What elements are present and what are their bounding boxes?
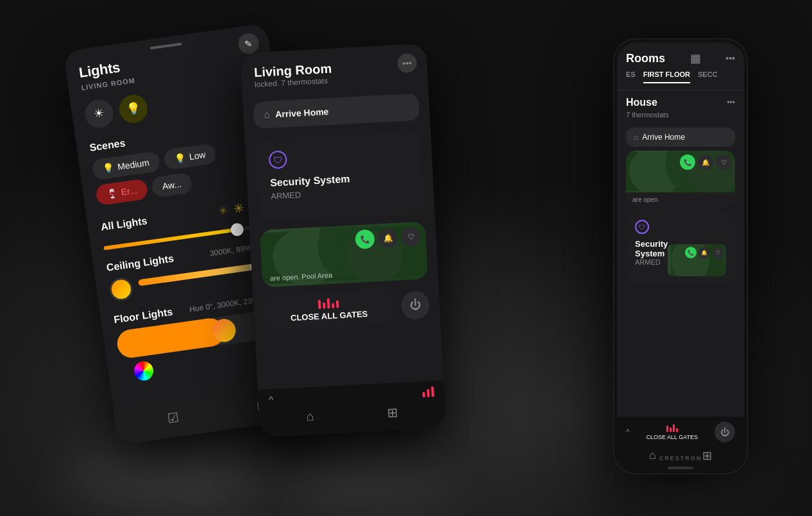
power-button[interactable]: ⏻ (400, 290, 430, 320)
phone-gates-label: CLOSE ALL GATES (647, 434, 698, 440)
arrive-home-label: Arrive Home (275, 106, 329, 119)
scene-away[interactable]: Aw... (151, 172, 193, 198)
phone-more-btn[interactable]: ••• (727, 98, 735, 107)
signal-bars (422, 387, 434, 397)
light-off-button[interactable]: ☀ (83, 98, 115, 130)
call-button[interactable]: 📞 (355, 229, 375, 249)
more-icon: ••• (402, 58, 412, 69)
crestron-label: CRESTRON (659, 455, 702, 462)
phone-card-call[interactable]: 📞 (680, 154, 695, 170)
phone-nav-home[interactable]: ⌂ (649, 449, 656, 463)
phone-card-heart[interactable]: ♡ (716, 154, 731, 170)
bar3 (327, 298, 330, 308)
pg-bar2 (670, 428, 672, 432)
pool-area-card[interactable]: 📞 🔔 ♡ are open. Pool Area (260, 221, 428, 287)
brightness-med-icon: ✳ (232, 199, 245, 216)
light-on-icon: 💡 (126, 101, 142, 117)
psc-call[interactable]: 📞 (685, 247, 697, 258)
phone-card-1[interactable]: 📞 🔔 ♡ are open. (626, 151, 735, 207)
power-icon: ⏻ (409, 298, 421, 312)
pg-bar1 (666, 426, 668, 432)
drag-handle (150, 42, 182, 49)
scene-wine-label: Er... (121, 185, 138, 197)
phone-security-text: Security System ARMED (635, 239, 668, 266)
grid-nav-icon[interactable]: ⊞ (387, 404, 398, 420)
phone-security-content: Security System ARMED 📞 🔔 ♡ (635, 239, 726, 276)
phone-bottom-bar: ^ CLOSE ALL GATES ⏻ ⌂ ⊞ (617, 417, 744, 470)
scene-wine[interactable]: 🍷 Er... (95, 178, 149, 206)
signal-bar2 (427, 389, 430, 397)
phone-arrive-home[interactable]: ⌂ Arrive Home (626, 128, 735, 147)
home-nav-icon[interactable]: ⌂ (306, 409, 314, 425)
gates-row: CLOSE ALL GATES ⏻ (253, 286, 441, 338)
psc-heart[interactable]: ♡ (712, 247, 723, 258)
floor-hue: Hue 0°, 3000K, 23% (189, 295, 259, 314)
bar4 (332, 303, 334, 308)
shadow-decoration-1 (64, 458, 257, 497)
ceiling-label: Ceiling Lights (106, 253, 174, 274)
phone-security-img: 📞 🔔 ♡ (668, 244, 726, 276)
psc-bell[interactable]: 🔔 (698, 247, 710, 258)
signal-bar3 (431, 387, 434, 397)
ceiling-color-dot (108, 276, 135, 303)
light-on-button[interactable]: 💡 (117, 93, 149, 125)
phone-card-img: 📞 🔔 ♡ (626, 151, 735, 192)
scene-low-label: Low (189, 149, 207, 162)
chevron-up-icon[interactable]: ^ (268, 394, 273, 406)
ceiling-temp: 3000K, 89% (209, 243, 252, 258)
shield-icon: 🛡 (273, 154, 283, 165)
shadow-decoration-2 (289, 465, 449, 497)
phone-tabs: ES FIRST FLOOR SECC (617, 71, 744, 90)
phone-title: Rooms (626, 52, 665, 65)
bar5 (336, 301, 339, 308)
phone-nav-grid[interactable]: ⊞ (702, 449, 712, 463)
bulb-icon: 💡 (102, 162, 114, 174)
tab-second[interactable]: SECC (698, 71, 718, 83)
phone-arrive-label: Arrive Home (642, 133, 685, 142)
phone-home-icon: ⌂ (634, 133, 638, 142)
all-lights-label: All Lights (100, 215, 148, 233)
phone-house-sub: 7 thermostats (626, 111, 669, 119)
card-action-buttons: 📞 🔔 ♡ (355, 227, 421, 249)
signal-bar1 (423, 392, 425, 397)
close-gates-label: CLOSE ALL GATES (291, 309, 368, 322)
home-icon: ⌂ (264, 109, 271, 121)
heart-button[interactable]: ♡ (401, 227, 421, 247)
bulb-icon-low: 💡 (174, 152, 186, 163)
gates-bars-icon (318, 298, 339, 310)
phone-security-title: Security (635, 239, 668, 249)
phone-grid-icon[interactable]: ▦ (690, 51, 701, 65)
phone-device: Rooms ▦ ••• ES FIRST FLOOR SECC House ••… (613, 38, 748, 474)
pg-bar3 (673, 424, 675, 432)
house-title-row: House ••• (626, 97, 735, 108)
edit-icon: ✎ (244, 38, 253, 49)
phone-card-text: are open. (626, 192, 735, 207)
bar2 (323, 303, 326, 309)
tab-es[interactable]: ES (626, 71, 636, 83)
bell-button[interactable]: 🔔 (378, 228, 398, 249)
light-off-icon: ☀ (93, 106, 105, 121)
floor-label: Floor Lights (113, 306, 173, 326)
pg-bar4 (676, 428, 678, 432)
phone-house-header: House ••• 7 thermostats (617, 90, 744, 124)
phone-security-icon: 🛡 (635, 220, 649, 234)
living-room-panel: ••• Living Room locked. 7 thermostats ⌂ … (240, 44, 446, 437)
phone-power-icon: ⏻ (720, 427, 729, 437)
phone-power-button[interactable]: ⏻ (715, 422, 735, 442)
phone-security-status: ARMED (635, 258, 668, 266)
phone-chevron-up[interactable]: ^ (626, 428, 630, 437)
brightness-low-icon: ✳ (218, 204, 228, 217)
phone-home-indicator (668, 467, 693, 469)
floor-color-wheel[interactable] (133, 360, 155, 382)
security-card[interactable]: 🛡 Security System ARMED (255, 130, 425, 222)
tab-first-floor[interactable]: FIRST FLOOR (643, 71, 690, 83)
scene-away-label: Aw... (162, 179, 182, 192)
nav-checklist-icon[interactable]: ☑ (166, 410, 180, 426)
phone-more-icon[interactable]: ••• (725, 53, 735, 63)
close-gates-button[interactable]: CLOSE ALL GATES (263, 288, 394, 330)
phone-close-gates[interactable]: CLOSE ALL GATES (647, 424, 698, 440)
phone-card-bell[interactable]: 🔔 (698, 154, 713, 170)
phone-gates-bars (666, 424, 678, 432)
security-icon-circle: 🛡 (269, 150, 287, 169)
phone-security-card[interactable]: 🛡 Security System ARMED 📞 🔔 ♡ (626, 211, 735, 285)
